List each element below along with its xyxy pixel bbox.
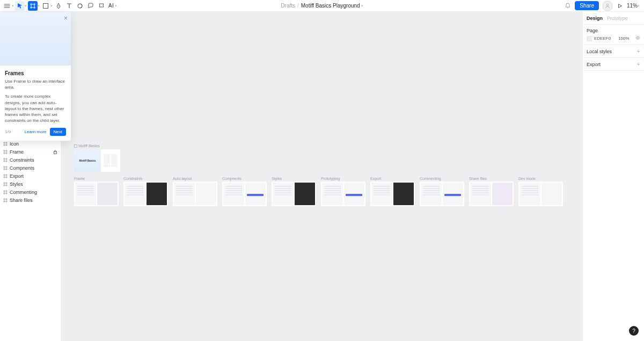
ai-button[interactable]: AI: [107, 3, 115, 9]
svg-rect-4: [54, 151, 57, 154]
layer-label: Share files: [10, 198, 33, 203]
thumb-label: Share files: [469, 177, 514, 180]
popover-title: Frames: [5, 70, 66, 76]
page-color-swatch[interactable]: [587, 36, 592, 41]
rectangle-tool-icon[interactable]: [41, 1, 50, 11]
layer-label: Constraints: [10, 157, 34, 163]
layer-label: Commenting: [10, 190, 37, 195]
layer-commenting[interactable]: Commenting: [0, 188, 61, 196]
thumb-label: Export: [370, 177, 415, 180]
learn-more-link[interactable]: Learn more: [25, 129, 47, 134]
text-tool-icon[interactable]: [64, 1, 74, 11]
tab-design[interactable]: Design: [587, 16, 603, 21]
frame-chevron[interactable]: ▾: [38, 4, 40, 8]
local-styles-title: Local styles: [587, 49, 612, 54]
thumb-label: Prototyping: [321, 177, 365, 180]
thumb-label: Constraints: [123, 177, 168, 180]
add-export-button[interactable]: +: [637, 61, 640, 67]
canvas-thumb-compnents[interactable]: Compnents: [222, 177, 267, 206]
avatar[interactable]: [602, 1, 613, 11]
canvas-thumb-devmode[interactable]: Dev mode: [518, 177, 563, 206]
help-button[interactable]: ?: [629, 326, 639, 336]
next-button[interactable]: Next: [50, 128, 66, 136]
frame-icon: [3, 174, 8, 178]
zoom-level[interactable]: 11% ▾: [627, 3, 642, 9]
frame-icon: [3, 158, 8, 162]
page-opacity-value[interactable]: 100%: [618, 36, 629, 41]
breadcrumb-root[interactable]: Drafts: [281, 3, 295, 9]
hamburger-menu-icon[interactable]: [2, 1, 12, 11]
canvas-thumb-sharefiles[interactable]: Share files: [469, 177, 514, 206]
tab-prototype[interactable]: Prototype: [607, 16, 628, 21]
canvas-thumb-row: Frame Constraints Auto-layout Compnents …: [74, 177, 563, 206]
page-section-title: Page: [587, 28, 640, 33]
lock-icon[interactable]: [53, 150, 57, 154]
resources-tool-icon[interactable]: [75, 1, 85, 11]
layer-share-files[interactable]: Share files: [0, 196, 61, 204]
dev-mode-tool-icon[interactable]: [97, 1, 106, 11]
move-tool-icon[interactable]: [15, 1, 25, 11]
layer-label: Styles: [10, 182, 23, 187]
frame-tool-icon[interactable]: [28, 1, 38, 11]
breadcrumb-chevron[interactable]: ▾: [361, 4, 363, 8]
thumb-label: Dev mode: [518, 177, 563, 180]
thumb-main-preview: [101, 149, 120, 172]
layer-export[interactable]: Export: [0, 172, 61, 180]
layer-constraints[interactable]: Constraints: [0, 156, 61, 164]
breadcrumb-separator: /: [297, 3, 299, 9]
frame-icon: [3, 150, 8, 154]
canvas-thumb-commenting[interactable]: Commenting: [420, 177, 464, 206]
svg-rect-0: [43, 3, 48, 8]
popover-step-indicator: 1/9: [5, 129, 11, 134]
move-chevron[interactable]: ▾: [25, 4, 27, 8]
hamburger-chevron[interactable]: ▾: [12, 4, 14, 8]
thumb-label: Compnents: [222, 177, 267, 180]
close-icon[interactable]: ×: [64, 15, 68, 21]
notifications-icon[interactable]: [564, 2, 572, 10]
svg-point-3: [606, 4, 608, 5]
pen-tool-icon[interactable]: [54, 1, 63, 11]
layer-styles[interactable]: Styles: [0, 180, 61, 188]
canvas-thumb-autolayout[interactable]: Auto-layout: [173, 177, 217, 206]
popover-desc-2: To create more complex designs, you can …: [5, 93, 66, 124]
present-icon[interactable]: [616, 2, 624, 10]
svg-rect-5: [75, 144, 77, 147]
ai-chevron[interactable]: ▾: [115, 4, 117, 8]
layer-label: Icon: [10, 141, 19, 147]
popover-preview-image: ×: [0, 12, 71, 66]
canvas-thumb-main[interactable]: Motiff Basics: [74, 149, 120, 172]
breadcrumb-filename[interactable]: Motiff Basics Playground: [301, 3, 360, 9]
layer-label: Frame: [10, 149, 24, 155]
comment-tool-icon[interactable]: [86, 1, 96, 11]
frame-icon: [3, 166, 8, 170]
page-color-value[interactable]: EDEEF0: [594, 36, 611, 41]
canvas[interactable]: Motiff Basics Motiff Basics Frame Constr…: [61, 12, 582, 341]
svg-point-6: [637, 37, 638, 38]
canvas-thumb-frame[interactable]: Frame: [74, 177, 119, 206]
visibility-icon[interactable]: [635, 35, 640, 41]
canvas-thumb-constraints[interactable]: Constraints: [123, 177, 168, 206]
zoom-value: 11%: [627, 3, 638, 9]
thumb-main-title: Motiff Basics: [74, 149, 101, 172]
layer-frame[interactable]: Frame: [0, 148, 61, 156]
breadcrumb: Drafts / Motiff Basics Playground ▾: [281, 3, 363, 9]
canvas-thumb-export[interactable]: Export: [370, 177, 415, 206]
layer-label: Export: [10, 173, 24, 179]
export-section-title: Export: [587, 62, 601, 67]
zoom-chevron: ▾: [638, 4, 640, 8]
canvas-thumb-prototyping[interactable]: Prototyping: [321, 177, 365, 206]
frame-icon: [3, 142, 8, 146]
svg-point-1: [58, 5, 59, 6]
layer-icon-frame[interactable]: Icon: [0, 140, 61, 148]
thumb-label: Commenting: [420, 177, 464, 180]
layer-label: Compnents: [10, 165, 34, 171]
canvas-thumb-styles[interactable]: Styles: [272, 177, 316, 206]
layer-compnents[interactable]: Compnents: [0, 164, 61, 172]
canvas-frame-label-main[interactable]: Motiff Basics: [74, 144, 100, 148]
share-button[interactable]: Share: [575, 1, 599, 10]
frame-icon: [3, 198, 8, 202]
onboarding-popover: × Frames Use Frame to draw an interface …: [0, 12, 71, 141]
add-local-style-button[interactable]: +: [637, 48, 640, 54]
thumb-label: Styles: [272, 177, 316, 180]
rectangle-chevron[interactable]: ▾: [50, 4, 53, 8]
